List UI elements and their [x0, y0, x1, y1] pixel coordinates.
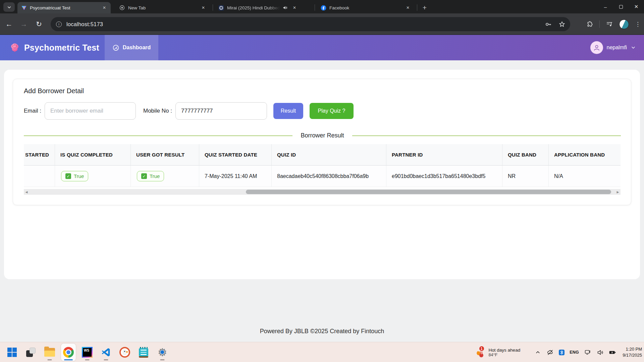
scrollbar-thumb[interactable] [246, 190, 611, 194]
task-view-button[interactable] [23, 344, 38, 361]
bluetooth-icon[interactable] [559, 350, 565, 355]
user-menu[interactable]: nepalmfi [590, 35, 636, 60]
forward-button[interactable]: → [18, 18, 30, 30]
volume-icon[interactable] [596, 349, 604, 356]
vite-icon [21, 5, 27, 11]
username-label: nepalmfi [607, 45, 627, 51]
card-heading: Add Borrower Detail [24, 87, 84, 95]
tray-chevron-up-icon[interactable] [534, 349, 541, 356]
running-indicator [160, 359, 165, 360]
col-is-quiz-started: STARTED [24, 144, 55, 166]
running-indicator [85, 359, 90, 360]
col-is-quiz-completed: IS QUIZ COMPLETED [55, 144, 131, 166]
file-explorer-button[interactable] [42, 344, 57, 361]
chevron-down-icon [7, 5, 11, 9]
scroll-right-icon[interactable]: ▶ [615, 190, 621, 194]
tab-close-icon[interactable]: ✕ [200, 5, 206, 11]
extensions-icon[interactable] [586, 20, 593, 28]
scrollbar-track[interactable] [29, 189, 615, 195]
tab-separator [315, 4, 315, 11]
password-key-icon[interactable] [545, 21, 552, 28]
clock[interactable]: 1:20 PM 9/17/2025 [623, 346, 642, 358]
network-icon[interactable] [584, 349, 591, 356]
horizontal-scrollbar[interactable]: ◀ ▶ [24, 189, 621, 195]
maximize-button[interactable] [613, 0, 629, 13]
close-button[interactable]: ✕ [629, 0, 644, 13]
task-view-icon [26, 348, 36, 357]
brain-icon [9, 42, 20, 53]
page-footer: Powered By JBLB ©2025 Created by Fintouc… [0, 328, 644, 335]
browser-menu-icon[interactable]: ⋮ [635, 21, 641, 28]
taskbar: WS ⚙ [0, 342, 644, 362]
tab-audio-icon[interactable] [282, 5, 288, 11]
chrome-button[interactable] [61, 344, 76, 361]
settings-button[interactable]: ⚙ [155, 344, 170, 361]
tab-separator [417, 4, 417, 11]
address-bar[interactable]: i localhost:5173 [51, 17, 570, 31]
minimize-button[interactable]: – [598, 0, 613, 13]
col-application-band: APPLICATION BAND [549, 144, 621, 166]
col-user-got-result: USER GOT RESULT [131, 144, 199, 166]
reload-button[interactable]: ↻ [33, 18, 45, 30]
email-label: Email : [24, 102, 41, 120]
checkbox-checked-icon: ✓ [65, 173, 71, 179]
borrower-result-divider: Borrower Result [24, 132, 621, 139]
play-quiz-button[interactable]: Play Quiz ? [310, 103, 354, 119]
back-button[interactable]: ← [3, 18, 15, 30]
reload-icon: ↻ [36, 20, 42, 28]
scroll-left-icon[interactable]: ◀ [24, 190, 29, 194]
true-badge: ✓ True [137, 171, 164, 181]
desktop: Psycomatricuat Test ✕ New Tab ✕ Mirai (2… [0, 0, 644, 362]
duckduckgo-button[interactable] [117, 344, 132, 361]
page-content: Add Borrower Detail Email : Mobile No : … [0, 60, 644, 342]
col-quiz-started-date: QUIZ STARTED DATE [199, 144, 272, 166]
browser-tab-mirai[interactable]: Mirai (2025) Hindi Dubbed ✕ [215, 2, 312, 13]
minimize-icon: – [604, 4, 607, 10]
notepad-button[interactable] [136, 344, 151, 361]
table-row: ✓ True ✓ True 7-May-2025 11:40 AM 8aecad… [24, 166, 621, 187]
weather-headline: Hot days ahead [489, 348, 521, 353]
running-indicator [104, 359, 108, 360]
start-button[interactable] [5, 344, 19, 361]
divider-line [352, 135, 621, 136]
mobile-field[interactable] [175, 102, 267, 120]
vscode-icon [101, 347, 111, 357]
cell-user-got-result: ✓ True [131, 166, 199, 187]
browser-profile-avatar[interactable] [619, 19, 629, 29]
app-brand: Psychometric Test [9, 35, 99, 60]
vscode-button[interactable] [99, 344, 113, 361]
nav-dashboard-label: Dashboard [123, 45, 151, 51]
tab-close-icon[interactable]: ✕ [101, 5, 107, 11]
bookmark-star-icon[interactable] [558, 21, 566, 28]
onedrive-paused-icon[interactable] [546, 349, 554, 356]
site-info-icon[interactable]: i [56, 21, 62, 27]
clock-time: 1:20 PM [623, 346, 642, 352]
browser-tab-psychometric[interactable]: Psycomatricuat Test ✕ [17, 2, 111, 13]
nav-dashboard[interactable]: Dashboard [105, 35, 158, 60]
webstorm-icon: WS [82, 347, 93, 358]
tab-separator [213, 4, 213, 11]
battery-icon[interactable] [609, 349, 616, 356]
browser-tab-facebook[interactable]: Facebook ✕ [317, 2, 414, 13]
tab-close-icon[interactable]: ✕ [405, 5, 411, 11]
window-controls: – ✕ [598, 0, 644, 13]
windows-logo-icon [7, 348, 17, 357]
new-tab-button[interactable]: + [420, 3, 429, 12]
url-text[interactable]: localhost:5173 [66, 21, 103, 27]
close-icon: ✕ [634, 4, 639, 10]
language-indicator[interactable]: ENG [570, 350, 579, 355]
weather-widget[interactable]: 1 Hot days ahead 84°F [475, 346, 521, 358]
tab-close-icon[interactable]: ✕ [291, 5, 298, 11]
result-button[interactable]: Result [273, 103, 303, 119]
facebook-icon [320, 5, 326, 11]
col-partner-id: PARTNER ID [386, 144, 502, 166]
tab-title: Mirai (2025) Hindi Dubbed [227, 5, 280, 10]
maximize-icon [619, 5, 623, 9]
webstorm-button[interactable]: WS [80, 344, 95, 361]
clock-date: 9/17/2025 [623, 352, 642, 358]
running-indicator [48, 359, 52, 360]
tab-search-button[interactable] [3, 2, 15, 12]
media-controls-icon[interactable] [606, 20, 613, 28]
browser-tab-newtab[interactable]: New Tab ✕ [116, 2, 210, 13]
email-field[interactable] [45, 102, 136, 120]
